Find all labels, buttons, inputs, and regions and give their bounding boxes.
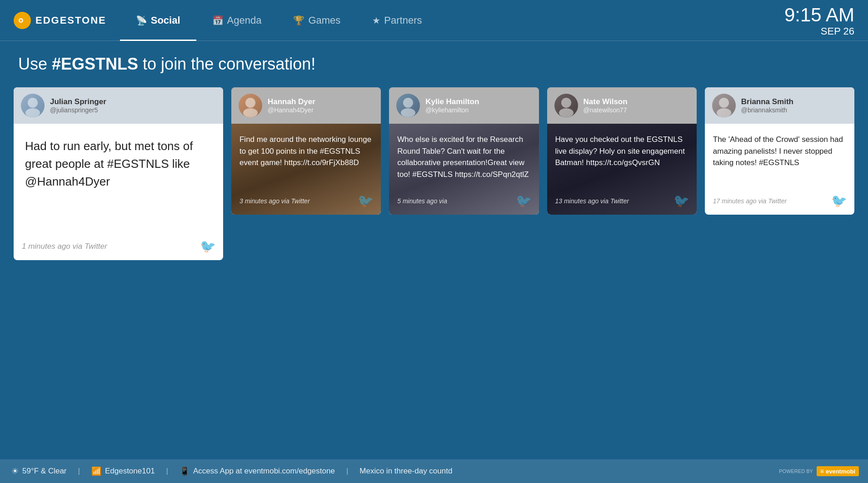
user-name-hannah: Hannah Dyer [268, 97, 315, 106]
main-content: Use #EGSTNLS to join the conversation! J… [0, 41, 868, 269]
tweet-time-julian: 1 minutes ago via Twitter [22, 242, 107, 251]
tweet-time-kylie: 5 minutes ago via [397, 197, 447, 205]
app-access-text: Access App at eventmobi.com/edgestone [193, 467, 335, 476]
tweet-hannah: Hannah Dyer @Hannah4Dyer Find me around … [231, 87, 381, 215]
user-name-nate: Nate Wilson [584, 97, 628, 106]
svg-point-7 [403, 98, 413, 108]
tweet-body-hannah: Find me around the networking lounge to … [231, 124, 381, 215]
tweet-body-julian: Had to run early, but met tons of great … [14, 124, 223, 260]
eventmobi-brand: eventmobi [826, 468, 855, 475]
nav-partners-label: Partners [384, 15, 422, 26]
tweet-footer-julian: 1 minutes ago via Twitter 🐦 [14, 234, 223, 260]
phone-icon: 📱 [180, 466, 190, 476]
headline: Use #EGSTNLS to join the conversation! [18, 55, 854, 74]
tweets-container: Julian Springer @julianspringer5 Had to … [14, 87, 854, 260]
ticker-text: Mexico in three-day countd [359, 467, 452, 476]
nav-social-label: Social [151, 15, 180, 26]
twitter-icon-kylie: 🐦 [516, 193, 532, 208]
user-name-julian: Julian Springer [50, 97, 106, 106]
current-date: SEP 26 [784, 25, 854, 37]
twitter-icon-julian: 🐦 [200, 239, 216, 254]
tweet-footer-kylie: 5 minutes ago via 🐦 [389, 189, 539, 215]
status-bar: ☀ 59°F & Clear | 📶 Edgestone101 | 📱 Acce… [0, 459, 868, 483]
time-display: 9:15 AM SEP 26 [784, 5, 854, 37]
tweet-header-brianna: Brianna Smith @briannaksmith [705, 87, 854, 124]
tweet-julian: Julian Springer @julianspringer5 Had to … [14, 87, 223, 260]
eventmobi-logo: eventmobi [817, 466, 859, 476]
current-time: 9:15 AM [784, 5, 854, 25]
headline-suffix: to join the conversation! [138, 55, 315, 73]
powered-by-label: POWERED BY [779, 468, 813, 474]
svg-point-9 [561, 98, 571, 108]
tweet-footer-hannah: 3 minutes ago via Twitter 🐦 [231, 189, 381, 215]
avatar-hannah [239, 94, 262, 117]
nav-agenda-label: Agenda [227, 15, 262, 26]
tweet-header-kylie: Kylie Hamilton @kyliehamilton [389, 87, 539, 124]
tweet-time-nate: 13 minutes ago via Twitter [555, 197, 629, 205]
weather-icon: ☀ [11, 466, 19, 476]
svg-point-2 [20, 19, 22, 21]
tweet-body-nate: Have you checked out the EGSTNLS live di… [547, 124, 697, 215]
tweet-footer-nate: 13 minutes ago via Twitter 🐦 [547, 189, 697, 215]
nav-agenda[interactable]: 📅 Agenda [196, 0, 278, 41]
weather-text: 59°F & Clear [22, 467, 67, 476]
avatar-brianna [712, 94, 736, 117]
svg-point-12 [717, 108, 731, 117]
tweet-time-hannah: 3 minutes ago via Twitter [239, 197, 310, 205]
tweet-body-kylie: Who else is excited for the Research Rou… [389, 124, 539, 215]
tweet-brianna: Brianna Smith @briannaksmith The 'Ahead … [705, 87, 854, 215]
app-access-item: 📱 Access App at eventmobi.com/edgestone [180, 466, 335, 476]
agenda-icon: 📅 [212, 15, 224, 26]
tweet-body-brianna: The 'Ahead of the Crowd' session had ama… [705, 124, 854, 215]
user-info-kylie: Kylie Hamilton @kyliehamilton [425, 97, 479, 114]
svg-point-3 [28, 98, 38, 108]
wifi-label: Edgestone101 [105, 467, 155, 476]
twitter-icon-nate: 🐦 [673, 193, 689, 208]
nav-games[interactable]: 🏆 Games [277, 0, 356, 41]
tweet-header-julian: Julian Springer @julianspringer5 [14, 87, 223, 124]
svg-point-6 [243, 108, 258, 117]
user-handle-hannah: @Hannah4Dyer [268, 106, 315, 114]
user-info-brianna: Brianna Smith @briannaksmith [741, 97, 793, 114]
user-handle-julian: @julianspringer5 [50, 106, 106, 114]
headline-hashtag: #EGSTNLS [52, 55, 138, 73]
tweet-header-hannah: Hannah Dyer @Hannah4Dyer [231, 87, 381, 124]
user-name-kylie: Kylie Hamilton [425, 97, 479, 106]
headline-prefix: Use [18, 55, 52, 73]
svg-point-8 [401, 108, 415, 117]
weather-item: ☀ 59°F & Clear [11, 466, 67, 476]
twitter-icon-hannah: 🐦 [358, 193, 374, 208]
divider-1: | [78, 467, 80, 476]
svg-point-10 [559, 108, 574, 117]
user-info-julian: Julian Springer @julianspringer5 [50, 97, 106, 114]
user-info-nate: Nate Wilson @natewilson77 [584, 97, 628, 114]
user-handle-brianna: @briannaksmith [741, 106, 793, 114]
tweet-footer-brianna: 17 minutes ago via Twitter 🐦 [705, 189, 854, 215]
header: EDGESTONE 📡 Social 📅 Agenda 🏆 Games ★ Pa… [0, 0, 868, 41]
user-info-hannah: Hannah Dyer @Hannah4Dyer [268, 97, 315, 114]
main-nav: 📡 Social 📅 Agenda 🏆 Games ★ Partners [120, 0, 854, 41]
user-handle-nate: @natewilson77 [584, 106, 628, 114]
ticker-item: Mexico in three-day countd [359, 467, 452, 476]
svg-point-5 [245, 98, 255, 108]
tweet-header-nate: Nate Wilson @natewilson77 [547, 87, 697, 124]
wifi-icon: 📶 [91, 466, 101, 476]
nav-partners[interactable]: ★ Partners [356, 0, 438, 41]
tweet-time-brianna: 17 minutes ago via Twitter [713, 197, 787, 205]
partners-icon: ★ [372, 15, 380, 26]
svg-point-4 [25, 108, 40, 117]
logo-text: EDGESTONE [35, 15, 106, 26]
divider-2: | [166, 467, 168, 476]
nav-social[interactable]: 📡 Social [120, 0, 196, 41]
avatar-nate [554, 94, 578, 117]
logo-area: EDGESTONE [14, 12, 106, 29]
svg-point-11 [719, 98, 729, 108]
avatar-kylie [396, 94, 420, 117]
user-handle-kylie: @kyliehamilton [425, 106, 479, 114]
wifi-item: 📶 Edgestone101 [91, 466, 155, 476]
tweet-kylie: Kylie Hamilton @kyliehamilton Who else i… [389, 87, 539, 215]
powered-by: POWERED BY eventmobi [779, 466, 859, 476]
logo-icon [14, 12, 31, 29]
avatar-julian [21, 94, 45, 117]
tweet-nate: Nate Wilson @natewilson77 Have you check… [547, 87, 697, 215]
